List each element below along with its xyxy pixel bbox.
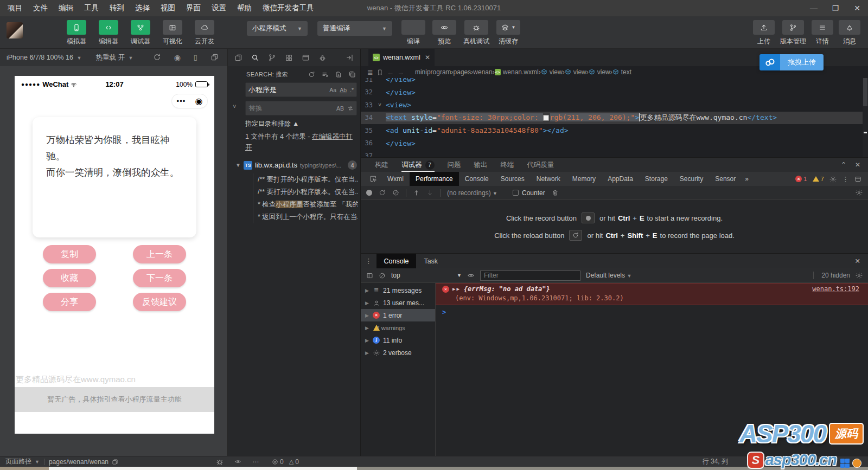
toolbar-action-bug[interactable]: 真机调试 [463, 20, 489, 46]
menu-item[interactable]: 工具 [79, 0, 104, 16]
code-line-37[interactable]: 37 [361, 150, 868, 157]
refresh-results-icon[interactable] [308, 71, 315, 78]
code-line-33[interactable]: 33˅<view> [361, 99, 868, 112]
panel-tab-构建[interactable]: 构建 [375, 158, 388, 172]
collapse-sidebar-icon[interactable] [346, 54, 354, 62]
console-filter-verbose[interactable]: ▶2 verbose [361, 346, 435, 359]
editor-tab-wenan-wxml[interactable]: <> wenan.wxml ✕ [368, 49, 435, 66]
breadcrumb-item[interactable]: view [589, 68, 610, 76]
inspect-element-icon[interactable] [369, 175, 377, 183]
replace-input[interactable] [248, 104, 333, 112]
breadcrumb-item[interactable]: view [565, 68, 586, 76]
breadcrumb-item[interactable]: text [612, 68, 631, 76]
menu-item[interactable]: 微信开发者工具 [257, 0, 320, 16]
toolbar-action-eye[interactable]: 预览 [432, 20, 456, 46]
devtools-settings-icon[interactable] [829, 176, 837, 183]
status-error-count[interactable]: 0 [272, 458, 284, 466]
devtools-tab-appdata[interactable]: AppData [602, 172, 639, 186]
error-log-entry[interactable]: ✕ ▶▶ {errMsg: "no ad data"} wenan.ts:192… [436, 283, 868, 305]
code-line-35[interactable]: 35<ad unit-id="adunit-8aa233a104548f80">… [361, 124, 868, 137]
menu-item[interactable]: 帮助 [232, 0, 257, 16]
files-icon[interactable] [234, 54, 242, 62]
menu-item[interactable]: 编辑 [53, 0, 79, 16]
close-console-icon[interactable]: ✕ [855, 257, 868, 265]
status-warning-count[interactable]: △0 [289, 458, 299, 466]
filter-input[interactable] [480, 271, 580, 281]
breadcrumb-item[interactable]: view [541, 68, 563, 76]
devtools-tab-console[interactable]: Console [459, 172, 495, 186]
copy-path-icon[interactable] [112, 459, 118, 465]
console-tab-console[interactable]: Console [376, 254, 417, 268]
devtools-tab-sensor[interactable]: Sensor [709, 172, 742, 186]
clear-console-icon[interactable] [379, 272, 386, 279]
toolbar-action-menu[interactable]: 详情 [812, 20, 833, 46]
devtools-tab-network[interactable]: Network [531, 172, 566, 186]
multi-window-icon[interactable] [210, 53, 219, 61]
match-case-icon[interactable]: Aa [329, 87, 336, 93]
reload-record-button[interactable] [379, 189, 386, 196]
panel-tab-问题[interactable]: 问题 [448, 158, 461, 172]
console-prompt[interactable]: > [436, 305, 868, 316]
code-line-34[interactable]: 34<text style="font-size: 30rpx;color: r… [361, 112, 868, 125]
outline-icon[interactable]: ≣ [367, 68, 373, 76]
counter-checkbox[interactable]: Counter [513, 189, 545, 197]
console-filter-warning[interactable]: ▶7 warnings [361, 321, 435, 334]
panel-tab-输出[interactable]: 输出 [474, 158, 488, 172]
console-filter-list[interactable]: ▶≣21 messages [361, 284, 435, 297]
replace-all-icon[interactable] [347, 105, 354, 112]
panel-tab-代码质量[interactable]: 代码质量 [527, 158, 554, 172]
whole-word-icon[interactable]: Ab [340, 87, 347, 93]
git-branch-icon[interactable] [268, 54, 276, 62]
levels-select[interactable]: Default levels ▼ [586, 272, 631, 279]
menu-item[interactable]: 转到 [104, 0, 130, 16]
toolbar-action-upload[interactable]: 上传 [753, 20, 775, 46]
collapse-results-icon[interactable] [349, 71, 356, 78]
warning-count-chip[interactable]: 7 [813, 176, 824, 182]
miniprogram-button[interactable]: 上一条 [133, 245, 186, 263]
miniprogram-button[interactable]: 下一条 [133, 269, 186, 287]
search-options-toggle[interactable]: 指定目录和排除 ▲ [245, 119, 299, 128]
teapot-icon[interactable] [318, 54, 327, 62]
code-line-31[interactable]: 31</view> [361, 78, 868, 86]
context-select[interactable]: top▼ [391, 272, 462, 279]
toolbar-button-layout[interactable]: 可视化 [160, 20, 185, 46]
minimize-button[interactable]: — [803, 0, 825, 16]
close-button[interactable]: ✕ [846, 0, 868, 16]
console-filter-error[interactable]: ▶✕1 error [361, 309, 435, 321]
code-line-36[interactable]: 36</view> [361, 137, 868, 150]
regex-icon[interactable]: .* [350, 87, 354, 93]
open-search-editor-icon[interactable] [335, 71, 342, 78]
bookmark-icon[interactable] [376, 69, 384, 76]
error-source-link[interactable]: wenan.ts:192 [812, 285, 859, 293]
preserve-case-icon[interactable]: AB [336, 105, 344, 112]
expand-twisties[interactable]: ▶▶ [452, 286, 461, 292]
load-profile-icon[interactable] [413, 189, 420, 196]
trash-icon[interactable] [552, 189, 559, 196]
twistie-icon[interactable]: ▼ [235, 162, 241, 168]
nav-back-icon[interactable]: ← [387, 68, 394, 76]
record-icon[interactable]: ◉ [174, 53, 181, 62]
maximize-button[interactable]: ❐ [825, 0, 846, 16]
search-match-row[interactable]: /** 要打开的小程序版本。仅在当... [258, 186, 358, 198]
menu-item[interactable]: 视图 [155, 0, 181, 16]
toolbar-action-branch[interactable]: 版本管理 [780, 20, 806, 46]
toolbar-action-layers[interactable]: ▼清缓存 [496, 20, 520, 46]
miniprogram-button[interactable]: 反馈建议 [133, 293, 186, 311]
error-count-chip[interactable]: ✕1 [795, 176, 807, 182]
watch-status-icon[interactable] [234, 458, 241, 465]
toolbar-button-code[interactable]: 编辑器 [96, 20, 121, 46]
toolbar-button-cloud[interactable]: 云开发 [192, 20, 217, 46]
more-tabs-icon[interactable]: » [745, 175, 749, 183]
user-avatar[interactable] [7, 22, 23, 38]
cursor-position[interactable]: 行 34, 列 [703, 457, 728, 466]
devtools-tab-security[interactable]: Security [674, 172, 709, 186]
app-window-icon[interactable] [302, 54, 310, 62]
breadcrumb-item[interactable]: miniprogram [415, 68, 451, 76]
search-match-row[interactable]: /** 要打开的小程序版本。仅在当... [258, 173, 358, 186]
miniprogram-button[interactable]: 分享 [43, 293, 96, 311]
toggle-replace-chevron[interactable]: ˅ [233, 103, 236, 110]
record-button[interactable] [366, 190, 372, 196]
devtools-tab-wxml[interactable]: Wxml [381, 172, 410, 186]
breadcrumb-item[interactable]: <>wenan.wxml [495, 68, 539, 76]
miniprogram-button[interactable]: 复制 [43, 245, 96, 263]
